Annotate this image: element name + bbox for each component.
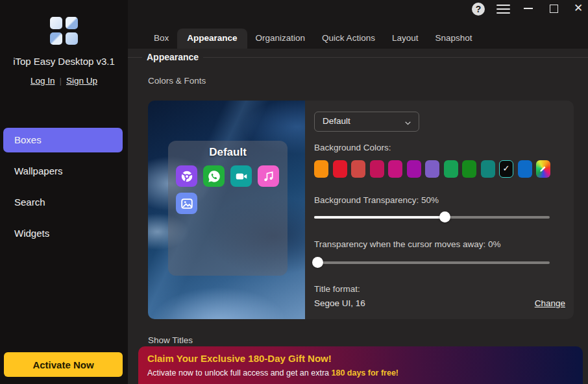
swatch-lavender[interactable] <box>425 160 439 178</box>
whatsapp-icon <box>203 165 225 187</box>
check-icon: ✓ <box>503 163 510 173</box>
tab-organization[interactable]: Organization <box>247 29 314 49</box>
swatch-orange[interactable] <box>314 160 328 178</box>
swatch-crimson[interactable] <box>370 160 384 178</box>
app-name: iTop Easy Desktop v3.1 <box>0 56 128 67</box>
minimize-icon[interactable] <box>524 8 533 9</box>
main-content: Appearance Colors & Fonts Default <box>128 49 588 384</box>
swatch-black-selected[interactable]: ✓ <box>499 160 513 178</box>
video-call-icon <box>230 165 252 187</box>
maximize-icon[interactable] <box>550 5 558 13</box>
swatch-dark-green[interactable] <box>462 160 476 178</box>
preview-default-box: Default <box>168 141 288 276</box>
login-link[interactable]: Log In <box>31 76 55 86</box>
swatch-custom-color-picker[interactable] <box>536 160 550 178</box>
tab-layout[interactable]: Layout <box>384 29 427 49</box>
swatch-blue[interactable] <box>518 160 532 178</box>
cursor-transparency-slider[interactable] <box>314 257 550 268</box>
slider-track[interactable] <box>314 261 550 264</box>
banner-body-text: Activate now to unlock full access and g… <box>147 368 332 378</box>
banner-headline: Claim Your Exclusive 180-Day Gift Now! <box>147 353 332 364</box>
close-icon[interactable]: ✕ <box>574 1 583 16</box>
swatch-green[interactable] <box>444 160 458 178</box>
colors-fonts-heading: Colors & Fonts <box>148 76 206 86</box>
swatch-coral-red[interactable] <box>351 160 365 178</box>
box-preview-image: Default <box>148 101 305 319</box>
style-dropdown[interactable]: Default <box>314 112 419 132</box>
title-format-value: Segoe UI, 16 <box>314 298 365 308</box>
promo-banner[interactable]: Claim Your Exclusive 180-Day Gift Now! A… <box>138 346 583 384</box>
sidebar: iTop Easy Desktop v3.1 Log In|Sign Up Bo… <box>0 0 128 384</box>
chevron-down-icon <box>404 118 412 130</box>
photos-icon <box>176 193 197 214</box>
slider-thumb[interactable] <box>439 211 450 222</box>
colors-fonts-card: Default <box>148 101 574 319</box>
swatch-teal[interactable] <box>481 160 495 178</box>
sidebar-item-widgets[interactable]: Widgets <box>3 221 123 246</box>
tab-bar: Box Appearance Organization Quick Action… <box>145 29 481 49</box>
sidebar-item-boxes[interactable]: Boxes <box>3 128 123 152</box>
preview-app-icons <box>168 159 288 214</box>
tab-appearance[interactable]: Appearance <box>177 29 247 49</box>
music-icon <box>258 165 279 187</box>
signup-link[interactable]: Sign Up <box>66 76 97 86</box>
sidebar-item-wallpapers[interactable]: Wallpapers <box>3 159 123 184</box>
app-logo-icon <box>50 17 79 45</box>
bg-transparency-label: Background Transparency: 50% <box>314 195 439 205</box>
chrome-icon <box>176 165 197 187</box>
preview-box-title: Default <box>168 146 288 159</box>
tab-quick-actions[interactable]: Quick Actions <box>313 29 384 49</box>
title-format-label: Title format: <box>314 284 360 294</box>
color-swatch-row: ✓ <box>314 160 550 178</box>
slider-thumb[interactable] <box>312 257 323 268</box>
swatch-red[interactable] <box>333 160 347 178</box>
tab-snapshot[interactable]: Snapshot <box>426 29 480 49</box>
bg-transparency-slider[interactable] <box>314 211 550 222</box>
banner-body: Activate now to unlock full access and g… <box>147 368 398 378</box>
change-font-link[interactable]: Change <box>535 298 565 308</box>
swatch-magenta-pink[interactable] <box>388 160 402 178</box>
titlebar: ? ✕ Box Appearance Organization Quick Ac… <box>128 0 588 49</box>
swatch-purple[interactable] <box>407 160 421 178</box>
auth-divider: | <box>60 76 62 86</box>
show-titles-label: Show Titles <box>148 335 193 345</box>
auth-links: Log In|Sign Up <box>0 76 128 86</box>
sidebar-item-search[interactable]: Search <box>3 190 123 215</box>
banner-body-highlight: 180 days for free! <box>332 368 399 378</box>
style-dropdown-value: Default <box>323 116 350 126</box>
hamburger-menu-icon[interactable] <box>496 5 510 14</box>
page-title: Appearance <box>142 52 203 62</box>
tab-box[interactable]: Box <box>145 29 177 49</box>
cursor-transparency-label: Transparency when the cursor moves away:… <box>314 239 501 249</box>
background-colors-label: Background Colors: <box>314 143 391 152</box>
slider-fill <box>314 216 445 219</box>
help-icon[interactable]: ? <box>472 3 485 16</box>
activate-now-button[interactable]: Activate Now <box>4 352 123 377</box>
app-window: iTop Easy Desktop v3.1 Log In|Sign Up Bo… <box>0 0 588 384</box>
